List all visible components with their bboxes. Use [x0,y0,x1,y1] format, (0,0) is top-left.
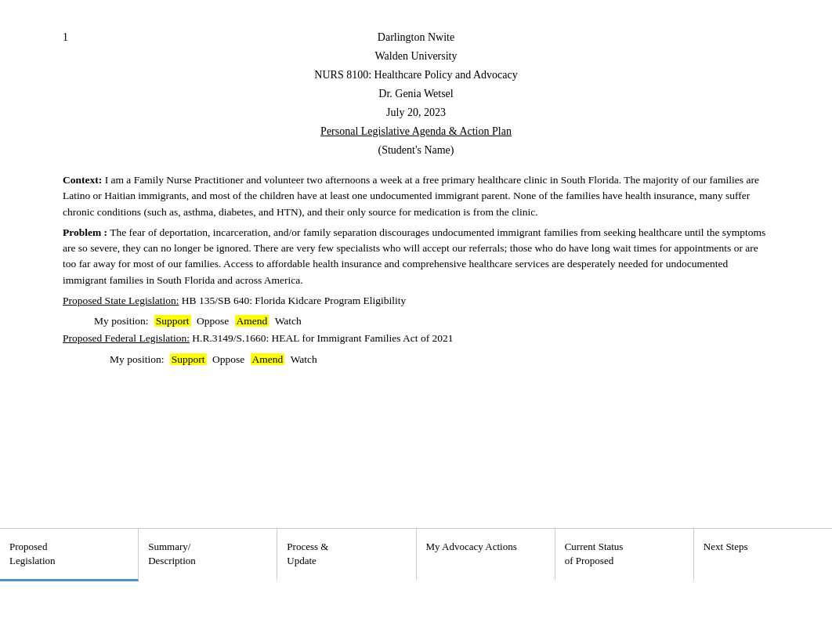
state-support: Support [154,315,191,327]
context-label: Context: [63,174,102,186]
federal-legislation-label: Proposed Federal Legislation: [63,332,190,344]
context-paragraph: Context: I am a Family Nurse Practitione… [63,172,769,220]
federal-support: Support [170,353,207,365]
federal-legislation-line: Proposed Federal Legislation: H.R.3149/S… [63,331,769,346]
bottom-navigation: Proposed Legislation Summary/ Descriptio… [0,528,832,581]
nav-label-process-update: Process & Update [287,541,328,566]
body-section: Context: I am a Family Nurse Practitione… [63,172,769,367]
date: July 20, 2023 [63,107,769,119]
problem-paragraph: Problem : The fear of deportation, incar… [63,225,769,288]
federal-watch: Watch [291,353,317,365]
state-legislation-line: Proposed State Legislation: HB 135/SB 64… [63,293,769,309]
course-name: NURS 8100: Healthcare Policy and Advocac… [63,69,769,81]
context-text: I am a Family Nurse Practitioner and vol… [63,174,759,218]
federal-position-row: My position: Support Oppose Amend Watch [110,352,769,367]
state-legislation-label: Proposed State Legislation: [63,295,179,306]
problem-label: Problem : [63,226,107,238]
federal-position-label: My position: [110,353,164,365]
state-position-row: My position: Support Oppose Amend Watch [94,313,769,329]
federal-oppose: Oppose [212,353,244,365]
page-number: 1 [63,31,68,44]
state-position-label: My position: [94,315,148,327]
federal-legislation-text: H.R.3149/S.1660: HEAL for Immigrant Fami… [190,332,454,344]
nav-item-process-update[interactable]: Process & Update [277,529,416,581]
nav-item-proposed-legislation[interactable]: Proposed Legislation [0,529,139,581]
nav-item-current-status[interactable]: Current Status of Proposed [555,529,694,581]
nav-label-summary-description: Summary/ Description [148,541,196,566]
professor-name: Dr. Genia Wetsel [63,88,769,100]
doc-title: Personal Legislative Agenda & Action Pla… [63,125,769,138]
state-amend: Amend [235,315,269,327]
state-oppose: Oppose [197,315,229,327]
main-content: Darlington Nwite Walden University NURS … [0,0,832,367]
state-watch: Watch [275,315,302,327]
nav-label-current-status: Current Status of Proposed [565,541,624,566]
nav-label-proposed-legislation: Proposed Legislation [9,541,56,566]
nav-item-summary-description[interactable]: Summary/ Description [139,529,277,581]
nav-label-next-steps: Next Steps [704,541,748,552]
nav-item-my-advocacy-actions[interactable]: My Advocacy Actions [417,529,555,581]
federal-amend: Amend [251,353,285,365]
nav-item-next-steps[interactable]: Next Steps [694,529,832,581]
doc-subtitle: (Student's Name) [63,144,769,157]
header-section: Darlington Nwite Walden University NURS … [63,31,769,157]
author-name: Darlington Nwite [63,31,769,44]
university-name: Walden University [63,50,769,63]
nav-label-my-advocacy-actions: My Advocacy Actions [426,541,517,552]
state-legislation-text: HB 135/SB 640: Florida Kidcare Program E… [179,295,406,306]
problem-text: The fear of deportation, incarceration, … [63,226,765,286]
